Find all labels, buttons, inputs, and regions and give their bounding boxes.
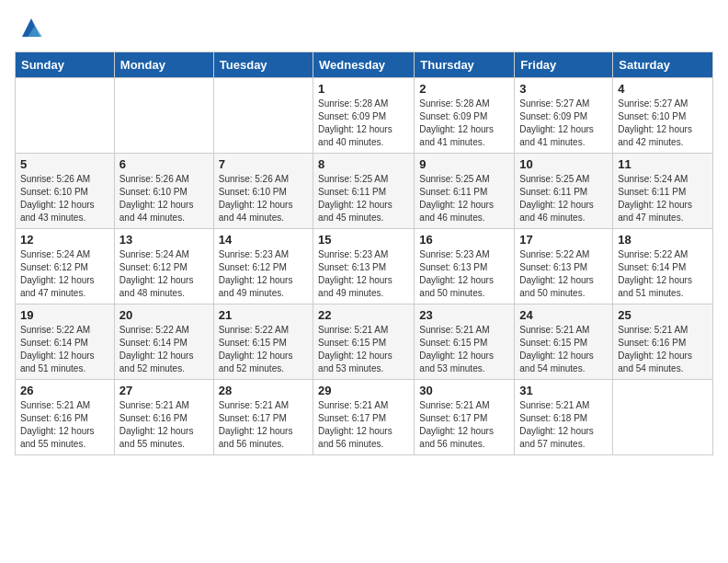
- calendar-cell: 30Sunrise: 5:21 AM Sunset: 6:17 PM Dayli…: [415, 380, 515, 455]
- calendar-cell: 18Sunrise: 5:22 AM Sunset: 6:14 PM Dayli…: [613, 229, 713, 304]
- calendar-cell: [213, 78, 313, 154]
- cell-day-number: 9: [419, 157, 509, 171]
- cell-day-number: 4: [618, 82, 708, 96]
- calendar-week-3: 19Sunrise: 5:22 AM Sunset: 6:14 PM Dayli…: [16, 304, 713, 380]
- calendar-week-2: 12Sunrise: 5:24 AM Sunset: 6:12 PM Dayli…: [16, 229, 713, 304]
- cell-day-number: 1: [318, 82, 409, 96]
- cell-info: Sunrise: 5:23 AM Sunset: 6:12 PM Dayligh…: [219, 248, 308, 300]
- calendar-cell: 15Sunrise: 5:23 AM Sunset: 6:13 PM Dayli…: [313, 229, 415, 304]
- cell-day-number: 30: [419, 384, 509, 397]
- calendar-cell: 1Sunrise: 5:28 AM Sunset: 6:09 PM Daylig…: [313, 78, 415, 154]
- cell-day-number: 21: [219, 308, 308, 322]
- calendar-cell: 21Sunrise: 5:22 AM Sunset: 6:15 PM Dayli…: [213, 304, 313, 380]
- day-header-friday: Friday: [515, 52, 613, 78]
- cell-day-number: 10: [519, 157, 608, 171]
- cell-day-number: 26: [20, 384, 109, 397]
- logo: [15, 15, 44, 40]
- calendar-cell: 22Sunrise: 5:21 AM Sunset: 6:15 PM Dayli…: [313, 304, 415, 380]
- calendar-cell: 26Sunrise: 5:21 AM Sunset: 6:16 PM Dayli…: [16, 380, 115, 455]
- day-header-monday: Monday: [114, 52, 213, 78]
- day-header-saturday: Saturday: [613, 52, 713, 78]
- cell-info: Sunrise: 5:24 AM Sunset: 6:12 PM Dayligh…: [20, 248, 109, 300]
- cell-info: Sunrise: 5:21 AM Sunset: 6:18 PM Dayligh…: [519, 399, 608, 451]
- cell-day-number: 29: [318, 384, 409, 397]
- cell-info: Sunrise: 5:21 AM Sunset: 6:15 PM Dayligh…: [318, 324, 409, 375]
- calendar-cell: 8Sunrise: 5:25 AM Sunset: 6:11 PM Daylig…: [313, 154, 415, 229]
- cell-info: Sunrise: 5:23 AM Sunset: 6:13 PM Dayligh…: [419, 248, 509, 300]
- cell-day-number: 6: [119, 157, 209, 171]
- day-header-thursday: Thursday: [415, 52, 515, 78]
- cell-info: Sunrise: 5:22 AM Sunset: 6:13 PM Dayligh…: [519, 248, 608, 300]
- calendar-cell: 5Sunrise: 5:26 AM Sunset: 6:10 PM Daylig…: [16, 154, 115, 229]
- calendar-header-row: SundayMondayTuesdayWednesdayThursdayFrid…: [16, 52, 713, 78]
- cell-day-number: 11: [618, 157, 708, 171]
- calendar-cell: 9Sunrise: 5:25 AM Sunset: 6:11 PM Daylig…: [415, 154, 515, 229]
- cell-day-number: 23: [419, 308, 509, 322]
- calendar-table: SundayMondayTuesdayWednesdayThursdayFrid…: [15, 52, 713, 455]
- cell-info: Sunrise: 5:28 AM Sunset: 6:09 PM Dayligh…: [419, 98, 509, 149]
- cell-info: Sunrise: 5:24 AM Sunset: 6:12 PM Dayligh…: [119, 248, 209, 300]
- calendar-cell: 31Sunrise: 5:21 AM Sunset: 6:18 PM Dayli…: [515, 380, 613, 455]
- page-header: [15, 15, 713, 40]
- calendar-cell: 27Sunrise: 5:21 AM Sunset: 6:16 PM Dayli…: [114, 380, 213, 455]
- cell-info: Sunrise: 5:21 AM Sunset: 6:16 PM Dayligh…: [119, 399, 209, 451]
- cell-day-number: 13: [119, 233, 209, 247]
- cell-info: Sunrise: 5:21 AM Sunset: 6:17 PM Dayligh…: [219, 399, 308, 451]
- cell-info: Sunrise: 5:21 AM Sunset: 6:16 PM Dayligh…: [618, 324, 708, 375]
- calendar-cell: 12Sunrise: 5:24 AM Sunset: 6:12 PM Dayli…: [16, 229, 115, 304]
- cell-day-number: 24: [519, 308, 608, 322]
- cell-day-number: 28: [219, 384, 308, 397]
- cell-info: Sunrise: 5:22 AM Sunset: 6:14 PM Dayligh…: [20, 324, 109, 375]
- calendar-cell: 28Sunrise: 5:21 AM Sunset: 6:17 PM Dayli…: [213, 380, 313, 455]
- cell-day-number: 17: [519, 233, 608, 247]
- cell-day-number: 8: [318, 157, 409, 171]
- calendar-cell: 4Sunrise: 5:27 AM Sunset: 6:10 PM Daylig…: [613, 78, 713, 154]
- calendar-cell: 24Sunrise: 5:21 AM Sunset: 6:15 PM Dayli…: [515, 304, 613, 380]
- calendar-cell: [114, 78, 213, 154]
- cell-info: Sunrise: 5:24 AM Sunset: 6:11 PM Dayligh…: [618, 173, 708, 224]
- cell-info: Sunrise: 5:22 AM Sunset: 6:14 PM Dayligh…: [618, 248, 708, 300]
- calendar-cell: [16, 78, 115, 154]
- cell-info: Sunrise: 5:22 AM Sunset: 6:15 PM Dayligh…: [219, 324, 308, 375]
- cell-info: Sunrise: 5:23 AM Sunset: 6:13 PM Dayligh…: [318, 248, 409, 300]
- cell-day-number: 25: [618, 308, 708, 322]
- calendar-cell: 11Sunrise: 5:24 AM Sunset: 6:11 PM Dayli…: [613, 154, 713, 229]
- cell-info: Sunrise: 5:27 AM Sunset: 6:10 PM Dayligh…: [618, 98, 708, 149]
- calendar-cell: 6Sunrise: 5:26 AM Sunset: 6:10 PM Daylig…: [114, 154, 213, 229]
- calendar-cell: 13Sunrise: 5:24 AM Sunset: 6:12 PM Dayli…: [114, 229, 213, 304]
- calendar-cell: 3Sunrise: 5:27 AM Sunset: 6:09 PM Daylig…: [515, 78, 613, 154]
- calendar-cell: 10Sunrise: 5:25 AM Sunset: 6:11 PM Dayli…: [515, 154, 613, 229]
- cell-day-number: 14: [219, 233, 308, 247]
- calendar-cell: 19Sunrise: 5:22 AM Sunset: 6:14 PM Dayli…: [16, 304, 115, 380]
- cell-info: Sunrise: 5:25 AM Sunset: 6:11 PM Dayligh…: [419, 173, 509, 224]
- calendar-week-4: 26Sunrise: 5:21 AM Sunset: 6:16 PM Dayli…: [16, 380, 713, 455]
- calendar-cell: 23Sunrise: 5:21 AM Sunset: 6:15 PM Dayli…: [415, 304, 515, 380]
- day-header-wednesday: Wednesday: [313, 52, 415, 78]
- cell-info: Sunrise: 5:21 AM Sunset: 6:15 PM Dayligh…: [519, 324, 608, 375]
- calendar-cell: 29Sunrise: 5:21 AM Sunset: 6:17 PM Dayli…: [313, 380, 415, 455]
- cell-info: Sunrise: 5:28 AM Sunset: 6:09 PM Dayligh…: [318, 98, 409, 149]
- calendar-week-0: 1Sunrise: 5:28 AM Sunset: 6:09 PM Daylig…: [16, 78, 713, 154]
- calendar-cell: 20Sunrise: 5:22 AM Sunset: 6:14 PM Dayli…: [114, 304, 213, 380]
- calendar-cell: [613, 380, 713, 455]
- cell-info: Sunrise: 5:21 AM Sunset: 6:16 PM Dayligh…: [20, 399, 109, 451]
- logo-icon: [18, 15, 44, 40]
- cell-day-number: 2: [419, 82, 509, 96]
- calendar-cell: 7Sunrise: 5:26 AM Sunset: 6:10 PM Daylig…: [213, 154, 313, 229]
- cell-day-number: 3: [519, 82, 608, 96]
- cell-day-number: 5: [20, 157, 109, 171]
- calendar-cell: 14Sunrise: 5:23 AM Sunset: 6:12 PM Dayli…: [213, 229, 313, 304]
- cell-day-number: 20: [119, 308, 209, 322]
- day-header-tuesday: Tuesday: [213, 52, 313, 78]
- cell-info: Sunrise: 5:21 AM Sunset: 6:17 PM Dayligh…: [318, 399, 409, 451]
- cell-info: Sunrise: 5:26 AM Sunset: 6:10 PM Dayligh…: [119, 173, 209, 224]
- cell-info: Sunrise: 5:25 AM Sunset: 6:11 PM Dayligh…: [519, 173, 608, 224]
- cell-info: Sunrise: 5:27 AM Sunset: 6:09 PM Dayligh…: [519, 98, 608, 149]
- cell-day-number: 19: [20, 308, 109, 322]
- cell-day-number: 27: [119, 384, 209, 397]
- cell-day-number: 22: [318, 308, 409, 322]
- calendar-cell: 16Sunrise: 5:23 AM Sunset: 6:13 PM Dayli…: [415, 229, 515, 304]
- cell-day-number: 12: [20, 233, 109, 247]
- cell-info: Sunrise: 5:26 AM Sunset: 6:10 PM Dayligh…: [219, 173, 308, 224]
- cell-day-number: 31: [519, 384, 608, 397]
